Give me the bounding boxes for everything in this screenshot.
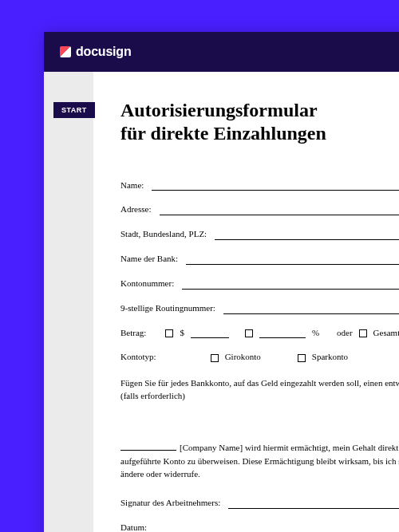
titlebar: docusign <box>44 32 399 72</box>
label-routing: 9-stellige Routingnummer: <box>120 302 215 314</box>
label-date: Datum: <box>120 522 147 533</box>
input-line-company[interactable] <box>120 443 176 451</box>
label-city-state-zip: Stadt, Bundesland, PLZ: <box>120 228 207 240</box>
checkbox-savings[interactable] <box>298 354 306 362</box>
input-line-signature[interactable] <box>228 501 399 509</box>
input-line-dollar[interactable] <box>191 330 229 338</box>
input-line-account-number[interactable] <box>182 282 399 290</box>
title-line-1: Autorisierungsformular <box>120 100 318 120</box>
logo-mark-icon <box>60 46 71 57</box>
start-button[interactable]: START <box>53 102 95 118</box>
company-placeholder: [Company Name] <box>180 443 243 452</box>
field-amount: Betrag: $ % oder Gesamtes Gehalt <box>120 327 399 339</box>
sidebar-gutter: START <box>44 72 93 532</box>
label-name: Name: <box>120 179 144 191</box>
field-account-number: Kontonummer: <box>120 278 399 290</box>
checkbox-full-salary[interactable] <box>359 329 367 337</box>
docusign-logo: docusign <box>60 45 132 59</box>
document-body: START Autorisierungsformular für direkte… <box>44 72 399 532</box>
label-savings: Sparkonto <box>312 351 348 363</box>
docusign-envelope-window: docusign START Autorisierungsformular fü… <box>44 32 399 532</box>
label-account-number: Kontonummer: <box>120 278 174 290</box>
label-amount: Betrag: <box>120 327 146 339</box>
field-routing: 9-stellige Routingnummer: <box>120 302 399 314</box>
label-account-type: Kontotyp: <box>120 351 156 363</box>
label-signature: Signatur des Arbeitnehmers: <box>120 497 220 509</box>
percent-sign: % <box>312 327 319 339</box>
checkbox-percent[interactable] <box>245 329 253 337</box>
checkbox-checking[interactable] <box>211 354 219 362</box>
field-city-state-zip: Stadt, Bundesland, PLZ: <box>120 228 399 240</box>
title-line-2: für direkte Einzahlungen <box>120 123 326 144</box>
input-line-name[interactable] <box>152 183 399 191</box>
label-checking: Girokonto <box>225 351 261 363</box>
label-full-salary: Gesamtes Gehalt <box>373 327 399 339</box>
brand-name: docusign <box>76 45 132 59</box>
field-signature: Signatur des Arbeitnehmers: <box>120 497 399 509</box>
page-title: Autorisierungsformular für direkte Einza… <box>120 99 399 146</box>
authorization-paragraph: [Company Name] wird hiermit ermächtigt, … <box>120 441 399 481</box>
input-line-routing[interactable] <box>223 306 399 314</box>
field-bank-name: Name der Bank: <box>120 253 399 265</box>
input-line-city-state-zip[interactable] <box>215 232 399 240</box>
field-account-type: Kontotyp: Girokonto Sparkonto <box>120 351 399 363</box>
dollar-sign: $ <box>180 327 184 339</box>
input-line-bank-name[interactable] <box>186 257 399 265</box>
label-or: oder <box>337 327 353 339</box>
label-address: Adresse: <box>120 203 152 215</box>
field-name: Name: <box>120 179 399 191</box>
note-text: Fügen Sie für jedes Bankkonto, auf das G… <box>120 377 399 403</box>
field-date: Datum: <box>120 522 399 533</box>
input-line-address[interactable] <box>160 207 400 215</box>
checkbox-dollar[interactable] <box>165 329 173 337</box>
document-page: Autorisierungsformular für direkte Einza… <box>93 72 399 532</box>
input-line-date[interactable] <box>155 525 399 532</box>
field-address: Adresse: <box>120 203 399 215</box>
input-line-percent[interactable] <box>259 330 306 338</box>
label-bank-name: Name der Bank: <box>120 253 178 265</box>
